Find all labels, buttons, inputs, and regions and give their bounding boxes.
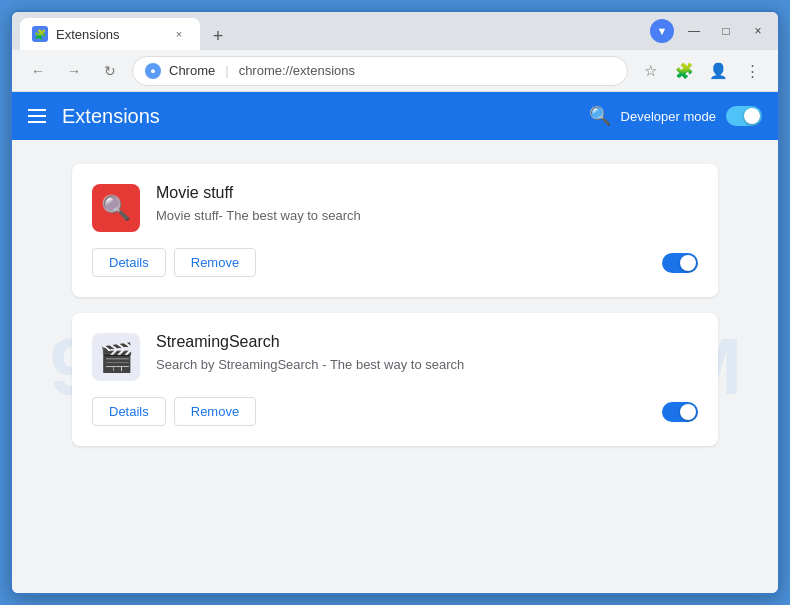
streaming-search-details-button[interactable]: Details (92, 397, 166, 426)
movie-stuff-icon: 🔍 (92, 184, 140, 232)
window-controls: ▼ — □ × (650, 19, 770, 43)
address-url: chrome://extensions (239, 63, 355, 78)
extension-card-movie-stuff: 🔍 Movie stuff Movie stuff- The best way … (72, 164, 718, 297)
bookmark-button[interactable]: ☆ (636, 57, 664, 85)
tab-title: Extensions (56, 27, 120, 42)
movie-stuff-info: Movie stuff Movie stuff- The best way to… (156, 184, 698, 226)
tab-favicon-icon: 🧩 (32, 26, 48, 42)
extensions-button[interactable]: 🧩 (670, 57, 698, 85)
developer-mode-toggle[interactable] (726, 106, 762, 126)
site-name: Chrome (169, 63, 215, 78)
navigation-bar: ← → ↻ ● Chrome | chrome://extensions ☆ 🧩… (12, 50, 778, 92)
tab-close-button[interactable]: × (170, 25, 188, 43)
back-button[interactable]: ← (24, 57, 52, 85)
extension-card-top: 🔍 Movie stuff Movie stuff- The best way … (92, 184, 698, 232)
account-button[interactable]: 👤 (704, 57, 732, 85)
maximize-button[interactable]: □ (714, 22, 738, 40)
extensions-content: 9||0 F|L|3|A|L|C|0|M 🔍 Movie stuff Movie… (12, 140, 778, 593)
close-window-button[interactable]: × (746, 22, 770, 40)
nav-actions: ☆ 🧩 👤 ⋮ (636, 57, 766, 85)
extension-card-streaming-search: 🎬 StreamingSearch Search by StreamingSea… (72, 313, 718, 446)
search-extensions-button[interactable]: 🔍 (589, 105, 611, 127)
address-separator: | (225, 63, 228, 78)
tab-area: 🧩 Extensions × + (20, 12, 638, 50)
extensions-page-title: Extensions (62, 105, 573, 128)
streaming-search-info: StreamingSearch Search by StreamingSearc… (156, 333, 698, 375)
browser-window: 🧩 Extensions × + ▼ — □ × (10, 10, 780, 595)
developer-mode-section: 🔍 Developer mode (589, 105, 762, 127)
reload-button[interactable]: ↻ (96, 57, 124, 85)
title-bar: 🧩 Extensions × + ▼ — □ × (12, 12, 778, 50)
streaming-search-name: StreamingSearch (156, 333, 698, 351)
extension-card-bottom: Details Remove (92, 248, 698, 277)
toggle-knob (744, 108, 760, 124)
streaming-search-icon: 🎬 (92, 333, 140, 381)
extension-card-bottom: Details Remove (92, 397, 698, 426)
forward-button[interactable]: → (60, 57, 88, 85)
extensions-header: Extensions 🔍 Developer mode (12, 92, 778, 140)
extension-card-top: 🎬 StreamingSearch Search by StreamingSea… (92, 333, 698, 381)
movie-stuff-name: Movie stuff (156, 184, 698, 202)
streaming-search-toggle-knob (680, 404, 696, 420)
minimize-button[interactable]: — (682, 22, 706, 40)
chrome-menu-button[interactable]: ⋮ (738, 57, 766, 85)
hamburger-menu-button[interactable] (28, 109, 46, 123)
new-tab-button[interactable]: + (204, 22, 232, 50)
site-icon: ● (145, 63, 161, 79)
active-tab[interactable]: 🧩 Extensions × (20, 18, 200, 50)
developer-mode-label: Developer mode (621, 109, 716, 124)
movie-stuff-description: Movie stuff- The best way to search (156, 206, 698, 226)
address-bar[interactable]: ● Chrome | chrome://extensions (132, 56, 628, 86)
streaming-search-description: Search by StreamingSearch - The best way… (156, 355, 698, 375)
movie-stuff-toggle[interactable] (662, 253, 698, 273)
streaming-search-toggle[interactable] (662, 402, 698, 422)
profile-dropdown-icon[interactable]: ▼ (650, 19, 674, 43)
movie-stuff-remove-button[interactable]: Remove (174, 248, 256, 277)
movie-stuff-details-button[interactable]: Details (92, 248, 166, 277)
streaming-search-remove-button[interactable]: Remove (174, 397, 256, 426)
movie-stuff-toggle-knob (680, 255, 696, 271)
